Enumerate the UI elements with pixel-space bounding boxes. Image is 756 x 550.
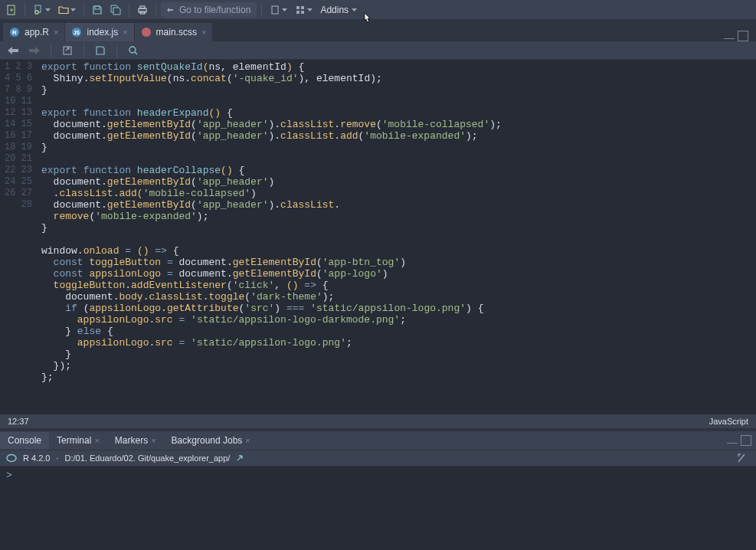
code-editor[interactable]: 1 2 3 4 5 6 7 8 9 10 11 12 13 14 15 16 1…	[0, 60, 756, 414]
svg-rect-5	[140, 6, 145, 8]
show-in-new-window-button[interactable]	[59, 42, 76, 59]
console-info-bar: R 4.2.0 · D:/01. Eduardo/02. Git/quake_e…	[0, 450, 756, 467]
addins-menu[interactable]: Addins	[317, 5, 360, 15]
svg-point-16	[142, 28, 151, 37]
r-version: R 4.2.0	[23, 453, 50, 463]
svg-point-18	[129, 47, 136, 53]
line-number-gutter: 1 2 3 4 5 6 7 8 9 10 11 12 13 14 15 16 1…	[0, 60, 38, 414]
console-tabs-row: Console Terminal× Markers× Background Jo…	[0, 431, 756, 450]
save-button[interactable]	[89, 2, 106, 18]
print-button[interactable]	[134, 2, 151, 18]
svg-rect-9	[301, 6, 304, 9]
svg-rect-7	[272, 6, 278, 14]
clear-console-button[interactable]	[733, 450, 750, 467]
console-prompt: >	[6, 470, 12, 481]
close-icon[interactable]: ×	[151, 436, 155, 445]
close-icon[interactable]: ×	[123, 28, 127, 37]
find-button[interactable]	[125, 42, 142, 59]
minimize-pane-button[interactable]	[724, 33, 735, 39]
new-file-button[interactable]	[3, 2, 20, 18]
tab-console[interactable]: Console	[0, 432, 49, 449]
maximize-pane-button[interactable]	[738, 31, 748, 41]
tab-terminal[interactable]: Terminal×	[49, 432, 107, 449]
open-file-dropdown[interactable]	[55, 2, 79, 18]
tab-app-r[interactable]: R app.R ×	[3, 23, 65, 41]
popout-icon[interactable]	[236, 454, 244, 462]
main-toolbar: Go to file/function Addins	[0, 0, 756, 20]
grid-dropdown[interactable]	[292, 2, 316, 18]
tools-dropdown[interactable]	[267, 2, 290, 18]
close-icon[interactable]: ×	[54, 28, 58, 37]
code-content[interactable]: export function sentQuakeId(ns, elementI…	[38, 60, 756, 414]
svg-text:R: R	[12, 29, 17, 36]
tab-background-jobs[interactable]: Background Jobs×	[164, 432, 258, 449]
r-logo-icon	[6, 453, 17, 463]
svg-point-19	[7, 455, 16, 462]
svg-rect-3	[95, 6, 100, 9]
close-icon[interactable]: ×	[94, 436, 99, 445]
tab-index-js[interactable]: JS index.js ×	[65, 23, 134, 41]
back-button[interactable]	[5, 42, 21, 59]
forward-button[interactable]	[26, 42, 43, 59]
language-mode[interactable]: JavaScript	[709, 417, 748, 426]
cursor-position: 12:37	[8, 417, 29, 426]
minimize-console-button[interactable]	[727, 437, 738, 444]
console-output[interactable]: >	[0, 467, 756, 550]
svg-rect-10	[296, 11, 299, 14]
save-file-button[interactable]	[92, 42, 109, 59]
tab-main-scss[interactable]: main.scss ×	[135, 23, 214, 41]
maximize-console-button[interactable]	[741, 435, 751, 446]
svg-rect-11	[301, 11, 304, 14]
new-project-dropdown[interactable]	[30, 2, 54, 18]
close-icon[interactable]: ×	[245, 436, 250, 445]
editor-toolbar	[0, 41, 756, 60]
goto-file-function[interactable]: Go to file/function	[161, 2, 257, 18]
save-all-button[interactable]	[107, 2, 124, 18]
svg-text:JS: JS	[74, 30, 80, 35]
file-tabs-row: R app.R × JS index.js × main.scss ×	[0, 20, 756, 41]
working-directory[interactable]: D:/01. Eduardo/02. Git/quake_explorer_ap…	[65, 453, 231, 463]
svg-rect-8	[296, 6, 299, 9]
console-panel: Console Terminal× Markers× Background Jo…	[0, 431, 756, 550]
editor-status-bar: 12:37 JavaScript	[0, 414, 756, 428]
goto-placeholder: Go to file/function	[179, 5, 250, 15]
close-icon[interactable]: ×	[201, 28, 206, 37]
tab-markers[interactable]: Markers×	[107, 432, 164, 449]
